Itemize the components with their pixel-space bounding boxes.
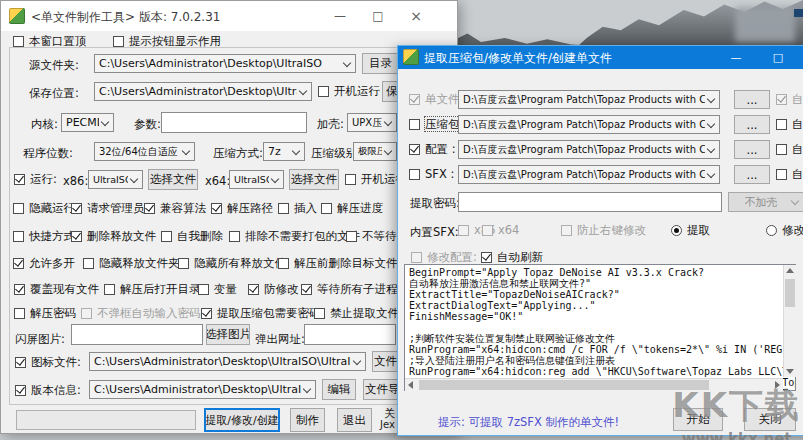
checkbox-anti-modify[interactable]: 防修改 [248,283,299,296]
source-folder-combo[interactable]: C:\Users\Administrator\Desktop\UltraISO [94,54,356,73]
compress-method-label: 压缩方式: [213,146,263,161]
maximize-icon[interactable]: □ [762,46,794,69]
checkbox-delete-released[interactable]: 删除释放文件 [71,230,156,243]
icon-file-combo[interactable]: C:\Users\Administrator\Desktop\UltraISO\… [89,352,366,371]
checkbox-open-dir-after[interactable]: 解压后打开目录 [104,283,201,296]
checkbox-wait-children[interactable]: 等待所有子进程 [301,283,398,296]
extract-password-label: 提取密码: [410,196,460,211]
desktop: <单文件制作工具> 版本: 7.0.2.31 — □ × 本窗口置顶 提示按钮显… [0,0,803,440]
checkbox-boot-run-save[interactable]: 开机运行 [318,85,380,98]
app-icon [9,8,25,24]
checkbox-auto-refresh-script[interactable]: 自动刷新 [481,251,543,264]
minimize-icon[interactable]: — [720,46,752,69]
checkbox-need-password[interactable]: 提取压缩包需要密码 [201,307,321,320]
radio-modify-create[interactable]: 修改/创建 [766,224,803,237]
checkbox-config[interactable]: 配置 : [409,143,456,156]
make-button[interactable]: 制作 [290,408,325,432]
checkbox-delete-target-before[interactable]: 解压前删除目标文件夹 [278,257,409,270]
bits-combo[interactable]: 32位/64位自适应 [94,142,195,161]
horizontal-scroll-thumb[interactable] [419,380,709,390]
dialog-titlebar[interactable]: 提取压缩包/修改单文件/创建单文件 — □ [398,46,803,69]
checkbox-hide-all-released[interactable]: 隐藏所有释放文件 [178,257,286,270]
checkbox-compat-algo[interactable]: 兼容算法 [144,202,206,215]
checkbox-no-wait[interactable]: 不等待 [346,230,397,243]
chevron-down-icon [299,86,307,94]
popup-url-input[interactable] [304,324,396,345]
checkbox-variable[interactable]: 变量 [198,283,237,296]
chevron-down-icon [384,146,392,154]
checkbox-extract-progress[interactable]: 解压进度 [321,202,383,215]
version-info-combo[interactable]: C:\Users\Administrator\Desktop\UltraISO\… [89,380,316,399]
exit-button[interactable]: 退出 [337,408,372,432]
chevron-down-icon [271,174,279,182]
close-icon[interactable]: × [399,1,433,31]
param-input[interactable] [161,112,307,133]
checkbox-exclude-unneeded[interactable]: 排除不需要打包的文件 [229,230,360,243]
checkbox-archive[interactable]: 压缩包: [409,118,463,131]
checkbox-allow-multi[interactable]: 允许多开 [13,257,75,270]
chevron-down-icon [384,117,392,125]
pick-x86-file-button[interactable]: 选择文件 [148,169,198,190]
minimize-icon[interactable]: — [323,1,357,31]
scroll-up-icon[interactable] [786,268,794,273]
app-icon [403,49,419,65]
checkbox-request-admin[interactable]: 请求管理员 [71,202,145,215]
horizontal-scrollbar[interactable] [405,378,783,391]
start-button[interactable]: 开始 [673,408,723,431]
single-file-path-combo[interactable]: D:\百度云盘\Program Patch\Topaz Products wit… [458,90,720,109]
sfx-path-combo[interactable]: D:\百度云盘\Program Patch\Topaz Products wit… [458,165,720,184]
scroll-right-icon[interactable] [775,381,780,389]
checkbox-forbid-extract[interactable]: 禁止提取文件 [314,307,399,320]
pick-image-button[interactable]: 选择图片 [206,324,250,345]
checkbox-unzip-password[interactable]: 解压密码 [14,307,76,320]
checkbox-self-delete[interactable]: 自我删除 [161,230,223,243]
browse-single-file-button[interactable]: ... [734,90,770,109]
archive-path-combo[interactable]: D:\百度云盘\Program Patch\Topaz Products wit… [458,115,720,134]
compress-method-combo[interactable]: 7z [263,142,305,161]
checkbox-auto-refresh-archive[interactable]: 自动刷新 [776,118,803,131]
main-titlebar[interactable]: <单文件制作工具> 版本: 7.0.2.31 — □ × [1,1,457,31]
checkbox-hide-release-folder[interactable]: 隐藏释放文件夹 [83,257,180,270]
checkbox-auto-refresh-sfx[interactable]: 自动刷新 [776,168,803,181]
kernel-combo[interactable]: PECMD [61,113,114,132]
chevron-down-icon [707,144,715,152]
checkbox-insert[interactable]: 插入 [278,202,317,215]
extract-modify-create-button[interactable]: 提取/修改/创建 [204,408,280,432]
checkbox-auto-refresh-config[interactable]: 自动刷新 [776,143,803,156]
close-button[interactable]: 关闭 [744,408,796,431]
checkbox-sfx[interactable]: SFX : [409,168,454,181]
browse-sfx-button[interactable]: ... [734,165,770,184]
main-window: <单文件制作工具> 版本: 7.0.2.31 — □ × 本窗口置顶 提示按钮显… [0,0,458,434]
checkbox-icon-file[interactable]: 图标文件: [15,356,81,369]
browse-config-button[interactable]: ... [734,140,770,159]
pick-x64-file-button[interactable]: 选择文件 [289,169,339,190]
extract-password-input[interactable] [458,192,722,212]
x86-exe-combo[interactable]: UltraISO.exe [88,170,143,189]
radio-extract[interactable]: 提取 [671,224,710,237]
checkbox-version-info[interactable]: 版本信息: [15,384,81,397]
browse-archive-button[interactable]: ... [734,115,770,134]
splash-image-input[interactable] [71,324,203,345]
save-location-label: 保存位置: [29,86,79,101]
vertical-scrollbar[interactable] [783,265,796,377]
edit-version-button[interactable]: 编辑 [322,379,356,400]
packer-combo[interactable]: UPX压缩 [347,113,397,132]
checkbox-overwrite-existing[interactable]: 覆盖现有文件 [14,283,99,296]
checkbox-extract-path[interactable]: 解压路径 [211,202,273,215]
x64-label: x64: [205,174,230,188]
maximize-icon[interactable]: □ [361,1,395,31]
dialog-title: 提取压缩包/修改单文件/创建单文件 [424,50,612,67]
x64-exe-combo[interactable]: UltraISO.exe [229,170,284,189]
scroll-left-icon[interactable] [408,381,413,389]
scroll-down-icon[interactable] [786,369,794,374]
save-location-combo[interactable]: C:\Users\Administrator\Desktop\UltraISO.… [94,82,312,101]
vertical-scroll-thumb[interactable] [785,279,795,307]
compress-level-combo[interactable]: 极限压缩 [353,142,397,161]
checkbox-shortcut[interactable]: 快捷方式 [13,230,75,243]
config-path-combo[interactable]: D:\百度云盘\Program Patch\Topaz Products wit… [458,140,720,159]
checkbox-run[interactable]: 运行: [14,173,57,186]
config-script-textarea[interactable]: BeginPrompt="Apply Topaz DeNoise AI v3.3… [404,264,796,391]
directory-button[interactable]: 目录 [362,53,399,74]
packer-combo-disabled: 不加壳 [728,192,803,212]
checkbox-hide-run[interactable]: 隐藏运行 [13,202,75,215]
